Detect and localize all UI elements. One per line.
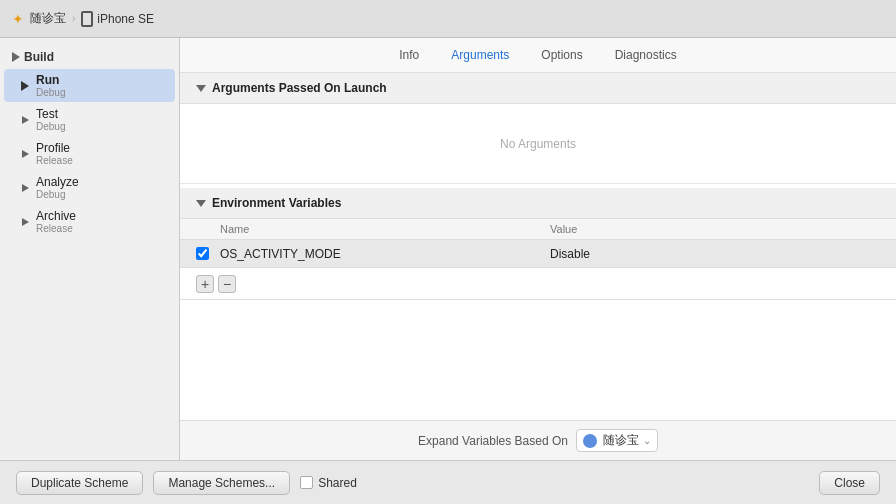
env-remove-button[interactable]: − bbox=[218, 275, 236, 293]
env-section-triangle-icon bbox=[196, 200, 206, 207]
env-col-value-header: Value bbox=[550, 223, 880, 235]
no-arguments-area: No Arguments bbox=[180, 104, 896, 184]
expand-app-icon bbox=[583, 434, 597, 448]
test-triangle-icon bbox=[20, 115, 30, 125]
main-container: Build Run Debug Test Debug bbox=[0, 38, 896, 460]
analyze-label: Analyze bbox=[36, 175, 79, 189]
iphone-icon bbox=[81, 11, 93, 27]
expand-vars-label: Expand Variables Based On bbox=[418, 434, 568, 448]
sidebar-item-run[interactable]: Run Debug bbox=[4, 69, 175, 102]
env-row: OS_ACTIVITY_MODE Disable bbox=[180, 240, 896, 268]
analyze-triangle-icon bbox=[20, 183, 30, 193]
shared-checkbox[interactable] bbox=[300, 476, 313, 489]
env-add-button[interactable]: + bbox=[196, 275, 214, 293]
env-col-name-header: Name bbox=[220, 223, 550, 235]
bottom-right: Close bbox=[819, 471, 880, 495]
analyze-labels: Analyze Debug bbox=[36, 175, 79, 200]
device-name-area: iPhone SE bbox=[81, 11, 154, 27]
archive-triangle-icon bbox=[20, 217, 30, 227]
profile-labels: Profile Release bbox=[36, 141, 73, 166]
env-section-title: Environment Variables bbox=[212, 196, 341, 210]
run-sub: Debug bbox=[36, 87, 65, 98]
run-labels: Run Debug bbox=[36, 73, 65, 98]
env-row-checkbox[interactable] bbox=[196, 247, 220, 260]
sidebar: Build Run Debug Test Debug bbox=[0, 38, 180, 460]
profile-label: Profile bbox=[36, 141, 73, 155]
archive-label: Archive bbox=[36, 209, 76, 223]
shared-checkbox-area: Shared bbox=[300, 476, 357, 490]
sidebar-item-profile[interactable]: Profile Release bbox=[4, 137, 175, 170]
env-row-name: OS_ACTIVITY_MODE bbox=[220, 247, 550, 261]
arguments-section-title: Arguments Passed On Launch bbox=[212, 81, 387, 95]
title-bar: ✦ 随诊宝 › iPhone SE bbox=[0, 0, 896, 38]
env-checkbox-input[interactable] bbox=[196, 247, 209, 260]
sidebar-build-label: Build bbox=[24, 50, 54, 64]
expand-vars-select[interactable]: 随诊宝 ⌄ bbox=[576, 429, 658, 452]
profile-triangle-icon bbox=[20, 149, 30, 159]
duplicate-scheme-button[interactable]: Duplicate Scheme bbox=[16, 471, 143, 495]
expand-vars-bar: Expand Variables Based On 随诊宝 ⌄ bbox=[180, 420, 896, 460]
tab-diagnostics[interactable]: Diagnostics bbox=[611, 46, 681, 64]
analyze-sub: Debug bbox=[36, 189, 79, 200]
manage-schemes-button[interactable]: Manage Schemes... bbox=[153, 471, 290, 495]
content-area: Info Arguments Options Diagnostics Argum… bbox=[180, 38, 896, 460]
breadcrumb-arrow: › bbox=[72, 13, 75, 24]
test-sub: Debug bbox=[36, 121, 65, 132]
tab-arguments[interactable]: Arguments bbox=[447, 46, 513, 64]
bottom-left: Duplicate Scheme Manage Schemes... Share… bbox=[16, 471, 357, 495]
build-triangle-icon bbox=[12, 52, 20, 62]
shared-label: Shared bbox=[318, 476, 357, 490]
app-name: 随诊宝 bbox=[30, 10, 66, 27]
close-button[interactable]: Close bbox=[819, 471, 880, 495]
sidebar-item-analyze[interactable]: Analyze Debug bbox=[4, 171, 175, 204]
env-table-header: Name Value bbox=[180, 219, 896, 240]
arguments-section-triangle-icon bbox=[196, 85, 206, 92]
bottom-bar: Duplicate Scheme Manage Schemes... Share… bbox=[0, 460, 896, 504]
env-actions: + − bbox=[180, 268, 896, 300]
env-col-check-header bbox=[196, 223, 220, 235]
chevron-down-icon: ⌄ bbox=[643, 435, 651, 446]
profile-sub: Release bbox=[36, 155, 73, 166]
content-body: Arguments Passed On Launch No Arguments … bbox=[180, 73, 896, 420]
tab-info[interactable]: Info bbox=[395, 46, 423, 64]
env-section-header[interactable]: Environment Variables bbox=[180, 188, 896, 219]
env-section: Environment Variables Name Value OS_ACTI… bbox=[180, 188, 896, 300]
device-name: iPhone SE bbox=[97, 12, 154, 26]
archive-sub: Release bbox=[36, 223, 76, 234]
env-row-value: Disable bbox=[550, 247, 880, 261]
app-icon: ✦ bbox=[12, 11, 24, 27]
test-labels: Test Debug bbox=[36, 107, 65, 132]
test-label: Test bbox=[36, 107, 65, 121]
tab-options[interactable]: Options bbox=[537, 46, 586, 64]
no-arguments-text: No Arguments bbox=[500, 137, 576, 151]
run-label: Run bbox=[36, 73, 65, 87]
tabs-bar: Info Arguments Options Diagnostics bbox=[180, 38, 896, 73]
sidebar-build-header: Build bbox=[0, 44, 179, 68]
arguments-section-header[interactable]: Arguments Passed On Launch bbox=[180, 73, 896, 104]
run-triangle-icon bbox=[20, 81, 30, 91]
expand-app-name: 随诊宝 bbox=[603, 432, 639, 449]
sidebar-item-test[interactable]: Test Debug bbox=[4, 103, 175, 136]
sidebar-item-archive[interactable]: Archive Release bbox=[4, 205, 175, 238]
archive-labels: Archive Release bbox=[36, 209, 76, 234]
